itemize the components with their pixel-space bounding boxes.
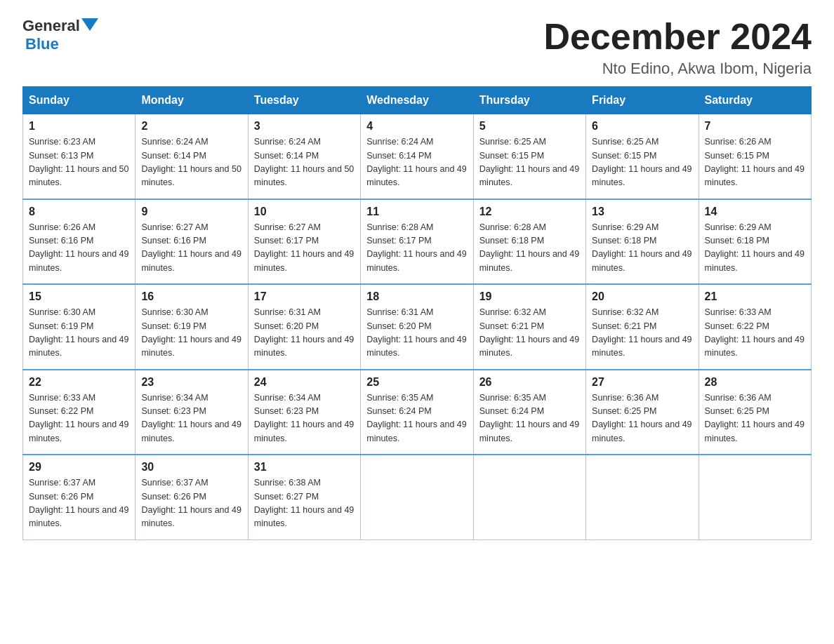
- day-number: 30: [141, 461, 241, 474]
- calendar-cell: [361, 455, 473, 539]
- day-number: 21: [705, 290, 805, 303]
- day-number: 8: [29, 206, 129, 218]
- day-info: Sunrise: 6:29 AMSunset: 6:18 PMDaylight:…: [705, 222, 805, 273]
- weekday-header-row: SundayMondayTuesdayWednesdayThursdayFrid…: [23, 87, 812, 114]
- day-info: Sunrise: 6:27 AMSunset: 6:17 PMDaylight:…: [254, 222, 354, 273]
- weekday-header-monday: Monday: [135, 87, 248, 114]
- calendar-week-row: 15 Sunrise: 6:30 AMSunset: 6:19 PMDaylig…: [23, 284, 812, 370]
- day-number: 3: [254, 120, 355, 133]
- weekday-header-sunday: Sunday: [23, 87, 135, 114]
- calendar-cell: 9 Sunrise: 6:27 AMSunset: 6:16 PMDayligh…: [135, 199, 248, 285]
- day-number: 31: [254, 461, 355, 474]
- calendar-cell: [699, 455, 811, 539]
- logo-blue: Blue: [25, 35, 59, 53]
- calendar-cell: 2 Sunrise: 6:24 AMSunset: 6:14 PMDayligh…: [135, 114, 248, 199]
- day-number: 18: [366, 290, 467, 303]
- logo-line1: General: [22, 17, 100, 35]
- day-number: 12: [479, 206, 580, 218]
- calendar-cell: 21 Sunrise: 6:33 AMSunset: 6:22 PMDaylig…: [699, 284, 811, 370]
- calendar-cell: 3 Sunrise: 6:24 AMSunset: 6:14 PMDayligh…: [248, 114, 360, 199]
- calendar-cell: 12 Sunrise: 6:28 AMSunset: 6:18 PMDaylig…: [473, 199, 585, 285]
- day-info: Sunrise: 6:38 AMSunset: 6:27 PMDaylight:…: [254, 478, 354, 528]
- calendar-week-row: 29 Sunrise: 6:37 AMSunset: 6:26 PMDaylig…: [23, 455, 812, 539]
- day-number: 27: [592, 376, 692, 389]
- page-header: General Blue December 2024 Nto Edino, Ak…: [22, 17, 812, 78]
- calendar-subtitle: Nto Edino, Akwa Ibom, Nigeria: [543, 60, 812, 78]
- day-number: 29: [29, 461, 129, 474]
- calendar-cell: 30 Sunrise: 6:37 AMSunset: 6:26 PMDaylig…: [135, 455, 248, 539]
- day-info: Sunrise: 6:34 AMSunset: 6:23 PMDaylight:…: [141, 393, 241, 443]
- day-info: Sunrise: 6:23 AMSunset: 6:13 PMDaylight:…: [29, 137, 128, 187]
- calendar-cell: 28 Sunrise: 6:36 AMSunset: 6:25 PMDaylig…: [699, 370, 811, 455]
- day-info: Sunrise: 6:36 AMSunset: 6:25 PMDaylight:…: [592, 393, 691, 443]
- day-number: 2: [141, 120, 241, 133]
- day-number: 23: [141, 376, 241, 389]
- calendar-cell: 31 Sunrise: 6:38 AMSunset: 6:27 PMDaylig…: [248, 455, 360, 539]
- day-number: 26: [479, 376, 580, 389]
- day-info: Sunrise: 6:30 AMSunset: 6:19 PMDaylight:…: [141, 307, 241, 358]
- day-info: Sunrise: 6:25 AMSunset: 6:15 PMDaylight:…: [592, 137, 691, 187]
- day-number: 16: [141, 290, 241, 303]
- day-info: Sunrise: 6:33 AMSunset: 6:22 PMDaylight:…: [705, 307, 805, 358]
- calendar-cell: 4 Sunrise: 6:24 AMSunset: 6:14 PMDayligh…: [361, 114, 473, 199]
- calendar-cell: 1 Sunrise: 6:23 AMSunset: 6:13 PMDayligh…: [23, 114, 135, 199]
- calendar-cell: 27 Sunrise: 6:36 AMSunset: 6:25 PMDaylig…: [586, 370, 699, 455]
- day-number: 11: [366, 206, 467, 218]
- day-info: Sunrise: 6:24 AMSunset: 6:14 PMDaylight:…: [254, 137, 354, 187]
- calendar-cell: 10 Sunrise: 6:27 AMSunset: 6:17 PMDaylig…: [248, 199, 360, 285]
- day-number: 20: [592, 290, 692, 303]
- logo-general: General: [22, 17, 80, 35]
- day-info: Sunrise: 6:27 AMSunset: 6:16 PMDaylight:…: [141, 222, 241, 273]
- calendar-cell: 6 Sunrise: 6:25 AMSunset: 6:15 PMDayligh…: [586, 114, 699, 199]
- calendar-table: SundayMondayTuesdayWednesdayThursdayFrid…: [22, 86, 812, 540]
- day-info: Sunrise: 6:37 AMSunset: 6:26 PMDaylight:…: [141, 478, 241, 528]
- day-number: 19: [479, 290, 580, 303]
- day-number: 24: [254, 376, 355, 389]
- calendar-cell: 7 Sunrise: 6:26 AMSunset: 6:15 PMDayligh…: [699, 114, 811, 199]
- day-info: Sunrise: 6:34 AMSunset: 6:23 PMDaylight:…: [254, 393, 354, 443]
- calendar-title: December 2024: [543, 17, 812, 57]
- calendar-cell: [586, 455, 699, 539]
- day-number: 1: [29, 120, 129, 133]
- day-number: 17: [254, 290, 355, 303]
- weekday-header-thursday: Thursday: [473, 87, 585, 114]
- day-info: Sunrise: 6:28 AMSunset: 6:18 PMDaylight:…: [479, 222, 579, 273]
- day-info: Sunrise: 6:29 AMSunset: 6:18 PMDaylight:…: [592, 222, 691, 273]
- day-info: Sunrise: 6:26 AMSunset: 6:15 PMDaylight:…: [705, 137, 805, 187]
- day-number: 9: [141, 206, 241, 218]
- day-info: Sunrise: 6:32 AMSunset: 6:21 PMDaylight:…: [592, 307, 691, 358]
- calendar-cell: 15 Sunrise: 6:30 AMSunset: 6:19 PMDaylig…: [23, 284, 135, 370]
- day-number: 15: [29, 290, 129, 303]
- day-info: Sunrise: 6:25 AMSunset: 6:15 PMDaylight:…: [479, 137, 579, 187]
- day-info: Sunrise: 6:24 AMSunset: 6:14 PMDaylight:…: [366, 137, 466, 187]
- day-number: 28: [705, 376, 805, 389]
- title-area: December 2024 Nto Edino, Akwa Ibom, Nige…: [543, 17, 812, 78]
- day-number: 4: [366, 120, 467, 133]
- day-number: 25: [366, 376, 467, 389]
- calendar-week-row: 22 Sunrise: 6:33 AMSunset: 6:22 PMDaylig…: [23, 370, 812, 455]
- day-number: 5: [479, 120, 580, 133]
- calendar-cell: [473, 455, 585, 539]
- calendar-cell: 24 Sunrise: 6:34 AMSunset: 6:23 PMDaylig…: [248, 370, 360, 455]
- calendar-cell: 20 Sunrise: 6:32 AMSunset: 6:21 PMDaylig…: [586, 284, 699, 370]
- day-info: Sunrise: 6:26 AMSunset: 6:16 PMDaylight:…: [29, 222, 128, 273]
- day-number: 6: [592, 120, 692, 133]
- calendar-cell: 17 Sunrise: 6:31 AMSunset: 6:20 PMDaylig…: [248, 284, 360, 370]
- calendar-cell: 16 Sunrise: 6:30 AMSunset: 6:19 PMDaylig…: [135, 284, 248, 370]
- day-number: 10: [254, 206, 355, 218]
- calendar-cell: 13 Sunrise: 6:29 AMSunset: 6:18 PMDaylig…: [586, 199, 699, 285]
- calendar-cell: 18 Sunrise: 6:31 AMSunset: 6:20 PMDaylig…: [361, 284, 473, 370]
- day-info: Sunrise: 6:35 AMSunset: 6:24 PMDaylight:…: [366, 393, 466, 443]
- calendar-cell: 22 Sunrise: 6:33 AMSunset: 6:22 PMDaylig…: [23, 370, 135, 455]
- day-info: Sunrise: 6:31 AMSunset: 6:20 PMDaylight:…: [366, 307, 466, 358]
- calendar-cell: 5 Sunrise: 6:25 AMSunset: 6:15 PMDayligh…: [473, 114, 585, 199]
- day-info: Sunrise: 6:33 AMSunset: 6:22 PMDaylight:…: [29, 393, 128, 443]
- day-info: Sunrise: 6:36 AMSunset: 6:25 PMDaylight:…: [705, 393, 805, 443]
- calendar-cell: 23 Sunrise: 6:34 AMSunset: 6:23 PMDaylig…: [135, 370, 248, 455]
- weekday-header-saturday: Saturday: [699, 87, 811, 114]
- day-info: Sunrise: 6:24 AMSunset: 6:14 PMDaylight:…: [141, 137, 241, 187]
- calendar-cell: 25 Sunrise: 6:35 AMSunset: 6:24 PMDaylig…: [361, 370, 473, 455]
- day-info: Sunrise: 6:31 AMSunset: 6:20 PMDaylight:…: [254, 307, 354, 358]
- day-number: 22: [29, 376, 129, 389]
- calendar-cell: 14 Sunrise: 6:29 AMSunset: 6:18 PMDaylig…: [699, 199, 811, 285]
